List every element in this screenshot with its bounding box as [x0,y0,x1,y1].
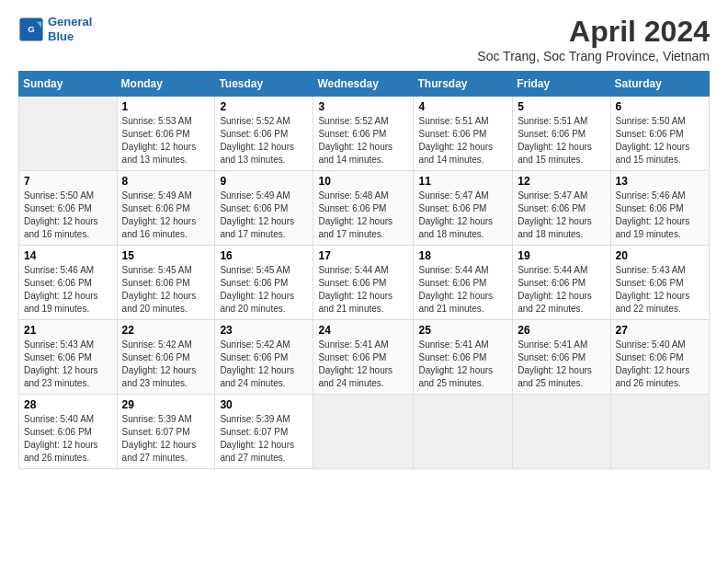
day-number: 11 [418,175,507,188]
day-number: 24 [318,324,408,337]
calendar-cell: 21Sunrise: 5:43 AM Sunset: 6:06 PM Dayli… [19,320,118,395]
calendar-cell [414,395,513,469]
column-header-saturday: Saturday [610,72,709,97]
day-info: Sunrise: 5:43 AM Sunset: 6:06 PM Dayligh… [616,264,704,316]
day-info: Sunrise: 5:49 AM Sunset: 6:06 PM Dayligh… [220,190,308,241]
day-number: 14 [24,249,112,262]
day-number: 9 [220,175,308,188]
calendar-cell: 10Sunrise: 5:48 AM Sunset: 6:06 PM Dayli… [313,171,414,246]
day-info: Sunrise: 5:39 AM Sunset: 6:07 PM Dayligh… [122,413,210,465]
day-number: 13 [616,175,704,188]
column-header-monday: Monday [117,72,215,97]
day-number: 15 [122,249,210,262]
day-number: 20 [616,249,704,262]
calendar-cell: 28Sunrise: 5:40 AM Sunset: 6:06 PM Dayli… [19,395,118,469]
logo-icon: G [18,17,44,42]
calendar-cell: 19Sunrise: 5:44 AM Sunset: 6:06 PM Dayli… [513,246,610,320]
calendar-cell: 12Sunrise: 5:47 AM Sunset: 6:06 PM Dayli… [513,171,610,246]
day-number: 7 [24,175,112,188]
calendar-cell: 1Sunrise: 5:53 AM Sunset: 6:06 PM Daylig… [117,97,215,171]
calendar-cell [19,97,118,171]
day-number: 17 [318,249,408,262]
logo-line2: Blue [48,29,74,43]
week-row-2: 7Sunrise: 5:50 AM Sunset: 6:06 PM Daylig… [19,171,710,246]
day-number: 18 [418,249,507,262]
day-number: 8 [122,175,210,188]
svg-text:G: G [28,23,35,33]
day-number: 28 [24,398,112,411]
day-number: 27 [616,324,704,337]
day-info: Sunrise: 5:51 AM Sunset: 6:06 PM Dayligh… [518,115,605,167]
day-info: Sunrise: 5:50 AM Sunset: 6:06 PM Dayligh… [24,190,112,241]
calendar-cell: 4Sunrise: 5:51 AM Sunset: 6:06 PM Daylig… [414,97,513,171]
day-number: 12 [518,175,605,188]
day-info: Sunrise: 5:44 AM Sunset: 6:06 PM Dayligh… [318,264,408,316]
logo-text: General Blue [48,15,92,43]
day-info: Sunrise: 5:41 AM Sunset: 6:06 PM Dayligh… [318,339,408,390]
day-info: Sunrise: 5:52 AM Sunset: 6:06 PM Dayligh… [318,115,408,167]
day-number: 30 [220,398,308,411]
header-row: SundayMondayTuesdayWednesdayThursdayFrid… [19,72,710,97]
week-row-1: 1Sunrise: 5:53 AM Sunset: 6:06 PM Daylig… [19,97,710,171]
day-number: 29 [122,398,210,411]
calendar-cell: 26Sunrise: 5:41 AM Sunset: 6:06 PM Dayli… [513,320,610,395]
column-header-sunday: Sunday [19,72,118,97]
day-info: Sunrise: 5:42 AM Sunset: 6:06 PM Dayligh… [122,339,210,390]
calendar-cell: 5Sunrise: 5:51 AM Sunset: 6:06 PM Daylig… [513,97,610,171]
calendar-cell: 23Sunrise: 5:42 AM Sunset: 6:06 PM Dayli… [215,320,313,395]
calendar-cell: 8Sunrise: 5:49 AM Sunset: 6:06 PM Daylig… [117,171,215,246]
title-area: April 2024 Soc Trang, Soc Trang Province… [477,15,710,63]
calendar-cell [313,395,414,469]
day-number: 3 [318,100,408,113]
calendar-cell: 18Sunrise: 5:44 AM Sunset: 6:06 PM Dayli… [414,246,513,320]
week-row-3: 14Sunrise: 5:46 AM Sunset: 6:06 PM Dayli… [19,246,710,320]
calendar-cell: 9Sunrise: 5:49 AM Sunset: 6:06 PM Daylig… [215,171,313,246]
calendar-cell: 29Sunrise: 5:39 AM Sunset: 6:07 PM Dayli… [117,395,215,469]
day-info: Sunrise: 5:53 AM Sunset: 6:06 PM Dayligh… [122,115,210,167]
day-info: Sunrise: 5:40 AM Sunset: 6:06 PM Dayligh… [24,413,112,465]
calendar-cell: 7Sunrise: 5:50 AM Sunset: 6:06 PM Daylig… [19,171,118,246]
calendar-header: SundayMondayTuesdayWednesdayThursdayFrid… [19,72,710,97]
week-row-4: 21Sunrise: 5:43 AM Sunset: 6:06 PM Dayli… [19,320,710,395]
day-number: 25 [418,324,507,337]
day-number: 4 [418,100,507,113]
header: G General Blue April 2024 Soc Trang, Soc… [18,15,710,63]
calendar-cell: 15Sunrise: 5:45 AM Sunset: 6:06 PM Dayli… [117,246,215,320]
calendar-cell: 25Sunrise: 5:41 AM Sunset: 6:06 PM Dayli… [414,320,513,395]
day-info: Sunrise: 5:52 AM Sunset: 6:06 PM Dayligh… [220,115,308,167]
calendar-cell: 13Sunrise: 5:46 AM Sunset: 6:06 PM Dayli… [610,171,709,246]
day-info: Sunrise: 5:46 AM Sunset: 6:06 PM Dayligh… [616,190,704,241]
day-info: Sunrise: 5:43 AM Sunset: 6:06 PM Dayligh… [24,339,112,390]
column-header-friday: Friday [513,72,610,97]
day-info: Sunrise: 5:40 AM Sunset: 6:06 PM Dayligh… [616,339,704,390]
calendar-cell: 11Sunrise: 5:47 AM Sunset: 6:06 PM Dayli… [414,171,513,246]
day-info: Sunrise: 5:49 AM Sunset: 6:06 PM Dayligh… [122,190,210,241]
day-info: Sunrise: 5:45 AM Sunset: 6:06 PM Dayligh… [122,264,210,316]
day-info: Sunrise: 5:44 AM Sunset: 6:06 PM Dayligh… [418,264,507,316]
calendar-cell: 17Sunrise: 5:44 AM Sunset: 6:06 PM Dayli… [313,246,414,320]
calendar-cell: 24Sunrise: 5:41 AM Sunset: 6:06 PM Dayli… [313,320,414,395]
column-header-thursday: Thursday [414,72,513,97]
column-header-wednesday: Wednesday [313,72,414,97]
main-title: April 2024 [477,15,710,49]
day-number: 2 [220,100,308,113]
day-number: 16 [220,249,308,262]
calendar-cell: 27Sunrise: 5:40 AM Sunset: 6:06 PM Dayli… [610,320,709,395]
logo: G General Blue [18,15,92,43]
calendar-cell: 22Sunrise: 5:42 AM Sunset: 6:06 PM Dayli… [117,320,215,395]
calendar-table: SundayMondayTuesdayWednesdayThursdayFrid… [18,71,710,469]
calendar-body: 1Sunrise: 5:53 AM Sunset: 6:06 PM Daylig… [19,97,710,469]
day-info: Sunrise: 5:44 AM Sunset: 6:06 PM Dayligh… [518,264,605,316]
day-info: Sunrise: 5:45 AM Sunset: 6:06 PM Dayligh… [220,264,308,316]
calendar-cell: 14Sunrise: 5:46 AM Sunset: 6:06 PM Dayli… [19,246,118,320]
day-number: 23 [220,324,308,337]
day-number: 6 [616,100,704,113]
logo-line1: General [48,15,92,29]
calendar-cell: 16Sunrise: 5:45 AM Sunset: 6:06 PM Dayli… [215,246,313,320]
day-info: Sunrise: 5:50 AM Sunset: 6:06 PM Dayligh… [616,115,704,167]
day-number: 21 [24,324,112,337]
calendar-cell: 20Sunrise: 5:43 AM Sunset: 6:06 PM Dayli… [610,246,709,320]
day-info: Sunrise: 5:47 AM Sunset: 6:06 PM Dayligh… [418,190,507,241]
day-info: Sunrise: 5:51 AM Sunset: 6:06 PM Dayligh… [418,115,507,167]
subtitle: Soc Trang, Soc Trang Province, Vietnam [477,49,710,63]
